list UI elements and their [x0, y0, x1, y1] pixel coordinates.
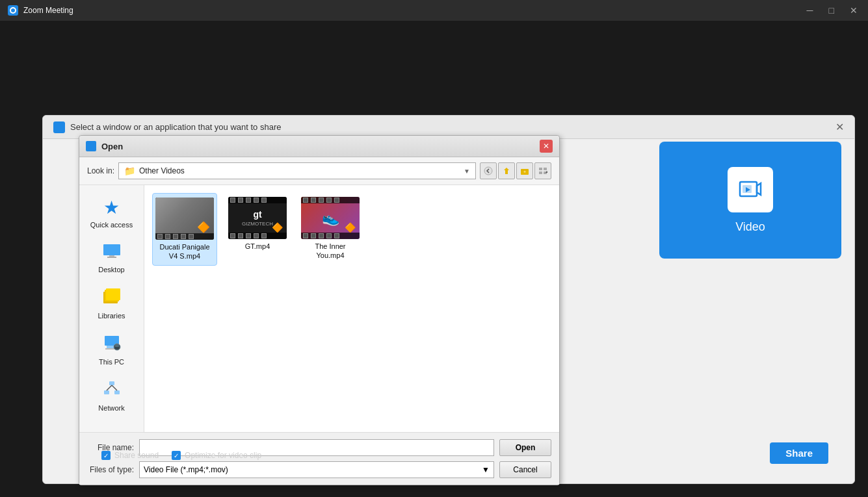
share-sound-checkbox[interactable]: ✓: [101, 451, 111, 460]
svg-point-1: [11, 8, 15, 12]
nav-item-network-label: Network: [98, 404, 124, 412]
nav-item-this-pc-label: This PC: [99, 358, 124, 366]
open-button[interactable]: Open: [499, 439, 551, 456]
file-item-gt[interactable]: gt GIZMOTECH 🔶: [225, 193, 290, 266]
files-of-type-value: Video File (*.mp4;*.mov): [144, 465, 228, 474]
zoom-share-dialog: Select a window or an application that y…: [42, 115, 855, 484]
svg-line-27: [107, 385, 112, 390]
window-controls: ─ □ ✕: [804, 5, 860, 16]
shoe-icon: 👟: [322, 210, 339, 227]
zoom-dialog-title: Select a window or an application that y…: [70, 122, 830, 132]
desktop-icon: [102, 243, 122, 263]
view-options-button[interactable]: [534, 162, 551, 179]
nav-item-libraries[interactable]: Libraries: [86, 284, 138, 324]
open-dialog-title: Open: [101, 142, 534, 151]
file-area: 🔶 Ducati Panigale V4 S.mp4: [144, 185, 559, 432]
nav-item-desktop-label: Desktop: [98, 266, 124, 274]
optimize-checkbox[interactable]: ✓: [172, 451, 181, 460]
current-folder-text: Other Videos: [139, 166, 460, 175]
app-titlebar: Zoom Meeting ─ □ ✕: [0, 0, 868, 21]
svg-rect-18: [106, 288, 120, 300]
svg-line-28: [112, 385, 117, 390]
svg-point-6: [484, 167, 492, 175]
svg-rect-15: [107, 257, 116, 258]
zoom-dialog-close-button[interactable]: ✕: [835, 121, 844, 133]
video-card-label: Video: [735, 220, 765, 234]
svg-text:+: +: [523, 170, 526, 174]
film-strip-top-gt: [228, 197, 287, 203]
vlc-gt-icon: 🔶: [272, 222, 283, 233]
svg-rect-10: [544, 168, 547, 170]
optimize-label: Optimize for video clip: [185, 451, 261, 460]
svg-rect-9: [539, 168, 542, 170]
look-in-label: Look in:: [87, 166, 114, 175]
nav-item-libraries-label: Libraries: [98, 312, 125, 320]
video-card[interactable]: Video: [659, 142, 841, 259]
svg-rect-24: [109, 381, 114, 385]
svg-rect-25: [104, 390, 109, 394]
nav-item-quick-access-label: Quick access: [90, 221, 133, 229]
files-of-type-select[interactable]: Video File (*.mp4;*.mov) ▼: [139, 461, 494, 478]
this-pc-icon: [103, 334, 121, 355]
film-strip-bottom-inner: [301, 233, 360, 239]
ducati-file-label: Ducati Panigale V4 S.mp4: [157, 242, 213, 261]
film-strip-top-inner: [301, 197, 360, 203]
zoom-app-icon: [8, 5, 18, 16]
look-in-combo[interactable]: 📁 Other Videos ▼: [118, 162, 476, 179]
open-dialog-close-button[interactable]: ✕: [540, 140, 553, 153]
bottom-options: ✓ Share sound ✓ Optimize for video clip: [101, 451, 261, 460]
zoom-header-icon: [53, 121, 65, 133]
share-button[interactable]: Share: [770, 442, 828, 464]
nav-item-this-pc[interactable]: This PC: [86, 330, 138, 370]
cancel-button[interactable]: Cancel: [499, 461, 551, 478]
open-dialog-app-icon: [86, 141, 96, 151]
open-file-dialog: Open ✕ Look in: 📁 Other Videos ▼: [79, 135, 560, 485]
main-area: Select a window or an application that y…: [0, 21, 868, 497]
inner-file-label: The Inner You.mp4: [302, 242, 359, 261]
svg-rect-13: [103, 244, 120, 255]
close-button[interactable]: ✕: [847, 5, 860, 16]
files-type-row: Files of type: Video File (*.mp4;*.mov) …: [87, 461, 551, 478]
file-item-inner[interactable]: 👟 🔶 The Inner You.mp4: [298, 193, 363, 266]
nav-item-desktop[interactable]: Desktop: [86, 239, 138, 277]
look-in-toolbar: +: [480, 162, 551, 179]
new-folder-button[interactable]: +: [516, 162, 533, 179]
nav-item-quick-access[interactable]: ★ Quick access: [86, 193, 138, 233]
minimize-button[interactable]: ─: [804, 5, 816, 16]
folder-icon: 📁: [124, 166, 135, 176]
svg-rect-11: [539, 172, 542, 174]
gt-logo: gt: [253, 209, 261, 220]
quick-access-icon: ★: [103, 197, 120, 218]
maximize-button[interactable]: □: [826, 5, 837, 16]
look-in-bar: Look in: 📁 Other Videos ▼ +: [79, 157, 559, 185]
gt-thumbnail: gt GIZMOTECH 🔶: [228, 197, 287, 239]
ducati-thumbnail: 🔶: [155, 198, 214, 240]
dialog-body: ★ Quick access Desktop: [79, 185, 559, 432]
libraries-icon: [103, 288, 121, 309]
svg-rect-23: [115, 344, 119, 347]
video-card-icon: [728, 167, 773, 212]
share-sound-option[interactable]: ✓ Share sound: [101, 451, 159, 460]
nav-panel: ★ Quick access Desktop: [79, 185, 144, 432]
svg-rect-26: [114, 390, 120, 394]
files-of-type-label: Files of type:: [87, 465, 134, 474]
svg-marker-3: [757, 183, 761, 195]
network-icon: [103, 380, 121, 401]
gt-subtext: GIZMOTECH: [242, 221, 273, 227]
up-folder-button[interactable]: [498, 162, 515, 179]
file-item-ducati[interactable]: 🔶 Ducati Panigale V4 S.mp4: [152, 193, 217, 266]
film-strip-bottom-gt: [228, 233, 287, 239]
film-strip-bottom: [155, 233, 214, 240]
share-sound-label: Share sound: [114, 451, 159, 460]
gt-file-label: GT.mp4: [245, 242, 270, 251]
combo-arrow-icon: ▼: [464, 168, 470, 175]
vlc-cone-icon: 🔶: [197, 221, 210, 233]
optimize-option[interactable]: ✓ Optimize for video clip: [172, 451, 261, 460]
app-title: Zoom Meeting: [23, 6, 73, 15]
nav-item-network[interactable]: Network: [86, 376, 138, 416]
open-dialog-titlebar: Open ✕: [79, 136, 559, 157]
inner-thumbnail: 👟 🔶: [301, 197, 360, 239]
back-button[interactable]: [480, 162, 497, 179]
vlc-inner-icon: 🔶: [345, 222, 356, 233]
files-type-arrow-icon: ▼: [482, 465, 490, 474]
